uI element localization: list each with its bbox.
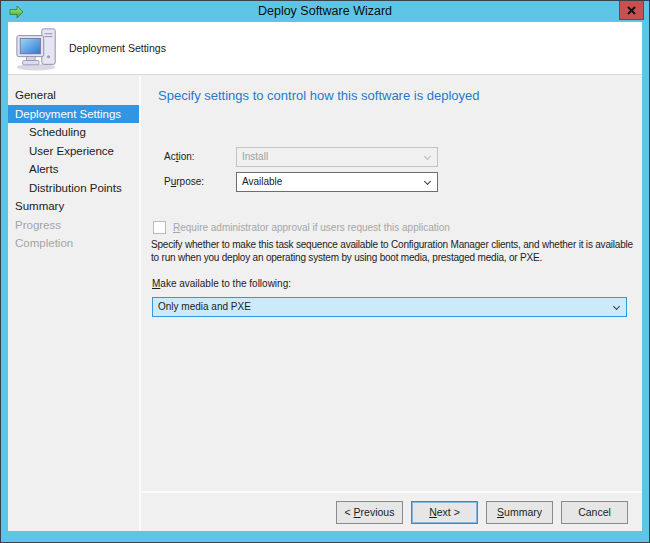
window-title: Deploy Software Wizard — [1, 1, 649, 22]
approval-checkbox-label: Require administrator approval if users … — [173, 221, 450, 234]
purpose-value: Available — [242, 176, 282, 187]
footer: < Previous Next > Summary Cancel — [141, 491, 642, 531]
wizard-client-area: Deployment Settings General Deployment S… — [8, 22, 642, 531]
page-title: Specify settings to control how this sof… — [158, 88, 480, 103]
titlebar[interactable]: Deploy Software Wizard — [1, 1, 649, 22]
make-available-value: Only media and PXE — [158, 301, 251, 312]
close-icon — [627, 6, 636, 15]
sidebar-item-general[interactable]: General — [8, 86, 139, 105]
description-text: Specify whether to make this task sequen… — [151, 238, 641, 264]
cancel-button[interactable]: Cancel — [561, 501, 628, 524]
action-label: Action: — [164, 147, 195, 167]
sidebar-item-user-experience[interactable]: User Experience — [8, 142, 139, 161]
sidebar-item-alerts[interactable]: Alerts — [8, 160, 139, 179]
sidebar-item-distribution-points[interactable]: Distribution Points — [8, 179, 139, 198]
previous-button[interactable]: < Previous — [336, 501, 403, 524]
close-button[interactable] — [619, 1, 644, 20]
deploy-software-wizard-window: Deploy Software Wizard — [0, 0, 650, 543]
approval-checkbox — [153, 221, 166, 234]
wizard-body: General Deployment Settings Scheduling U… — [8, 76, 642, 531]
next-button[interactable]: Next > — [411, 501, 478, 524]
main-panel: Specify settings to control how this sof… — [141, 76, 642, 491]
purpose-label: Purpose: — [164, 172, 204, 192]
action-value: Install — [242, 151, 268, 162]
sidebar-item-completion: Completion — [8, 234, 139, 253]
purpose-combobox[interactable]: Available — [236, 172, 438, 192]
sidebar: General Deployment Settings Scheduling U… — [8, 76, 139, 531]
chevron-down-icon — [424, 178, 431, 185]
action-combobox: Install — [236, 147, 438, 167]
computer-icon — [14, 26, 60, 72]
chevron-down-icon — [613, 303, 620, 310]
sidebar-item-deployment-settings[interactable]: Deployment Settings — [8, 105, 139, 124]
make-available-label: Make available to the following: — [152, 277, 291, 290]
sidebar-item-scheduling[interactable]: Scheduling — [8, 123, 139, 142]
sidebar-item-progress: Progress — [8, 216, 139, 235]
wizard-header: Deployment Settings — [8, 22, 642, 75]
summary-button[interactable]: Summary — [486, 501, 553, 524]
sidebar-item-summary[interactable]: Summary — [8, 197, 139, 216]
make-available-combobox[interactable]: Only media and PXE — [152, 297, 627, 317]
chevron-down-icon — [424, 153, 431, 160]
header-title: Deployment Settings — [69, 42, 166, 54]
